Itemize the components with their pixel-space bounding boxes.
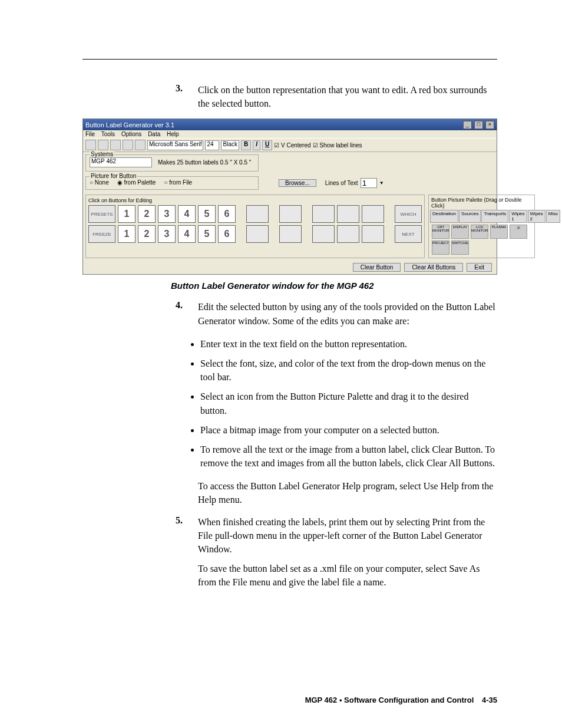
r1-b5[interactable]: 5 xyxy=(198,205,216,223)
bullet-font: Select the font, size, and color of the … xyxy=(200,357,497,384)
browse-button[interactable]: Browse... xyxy=(279,179,316,187)
clear-all-buttons[interactable]: Clear All Buttons xyxy=(404,263,463,272)
window-controls: _ □ × xyxy=(462,120,494,129)
bullet-icon: Select an icon from the Button Picture P… xyxy=(200,390,497,417)
systems-note: Makes 25 button labels 0.5 " X 0.5 " xyxy=(158,159,251,166)
projector-icon[interactable]: PROJECTOR xyxy=(432,241,449,255)
r1-b6[interactable]: 6 xyxy=(218,205,236,223)
lot-input[interactable] xyxy=(361,178,377,188)
tab-misc[interactable]: Misc xyxy=(546,210,560,223)
preset-row-1: PRESETS 1 2 3 4 5 6 WHICH xyxy=(88,205,422,223)
restore-button[interactable]: □ xyxy=(474,121,483,129)
tab-wipes1[interactable]: Wipes 1 xyxy=(509,210,527,223)
vcentered-checkbox[interactable]: ☑ V Centered xyxy=(274,142,310,149)
menu-data[interactable]: Data xyxy=(148,131,160,137)
systems-label: Systems xyxy=(90,151,114,157)
new-icon[interactable] xyxy=(85,140,96,150)
title-bar: Button Label Generator ver 3.1 _ □ × xyxy=(83,119,497,130)
r1-b3[interactable]: 3 xyxy=(158,205,176,223)
clear-button[interactable]: Clear Button xyxy=(353,263,401,272)
r2-b1[interactable]: 1 xyxy=(118,225,135,243)
edit-header: Click on Buttons for Editing xyxy=(88,197,422,203)
r1-b4[interactable]: 4 xyxy=(178,205,196,223)
menu-file[interactable]: File xyxy=(85,131,95,137)
speaker-icon[interactable]: 🔊 xyxy=(510,225,527,239)
preset-row-2: FREEZE 1 2 3 4 5 6 NEXT xyxy=(88,225,422,243)
r2-b5[interactable]: 5 xyxy=(198,225,216,243)
bold-button[interactable]: B xyxy=(241,140,251,150)
r2-b2[interactable]: 2 xyxy=(138,225,156,243)
picture-label: Picture for Button xyxy=(90,173,137,179)
menu-help[interactable]: Help xyxy=(167,131,179,137)
save-icon[interactable] xyxy=(110,140,121,150)
r1-p5[interactable] xyxy=(362,205,384,223)
r2-p1[interactable] xyxy=(246,225,269,243)
size-select[interactable]: 24 xyxy=(205,140,219,150)
tab-sources[interactable]: Sources xyxy=(459,210,481,223)
plasma-icon[interactable]: PLASMA xyxy=(490,225,508,239)
step-4: 4. Edit the selected button by using any… xyxy=(82,300,497,327)
r2-p5[interactable] xyxy=(362,225,384,243)
switcher-icon[interactable]: SWITCHER xyxy=(451,241,469,255)
open-icon[interactable] xyxy=(98,140,108,150)
exit-button[interactable]: Exit xyxy=(467,263,492,272)
tab-destination[interactable]: Destination xyxy=(430,210,458,223)
r2-p2[interactable] xyxy=(279,225,302,243)
row2-label[interactable]: FREEZE xyxy=(88,225,115,243)
row1-label[interactable]: PRESETS xyxy=(88,205,115,223)
r1-p4[interactable] xyxy=(337,205,359,223)
crt-monitor-icon[interactable]: CRT MONITOR xyxy=(432,225,449,239)
lot-label: Lines of Text xyxy=(325,180,358,186)
lot-dropdown-icon[interactable]: ▼ xyxy=(379,180,384,186)
bullet-bitmap: Place a bitmap image from your computer … xyxy=(200,423,497,437)
display-icon[interactable]: DISPLAY xyxy=(451,225,469,239)
window-title: Button Label Generator ver 3.1 xyxy=(85,121,174,129)
step-3-text: Click on the button representation that … xyxy=(198,83,497,110)
r2-wide[interactable]: NEXT xyxy=(395,225,422,243)
r2-b3[interactable]: 3 xyxy=(158,225,176,243)
tab-transports[interactable]: Transports xyxy=(481,210,508,223)
radio-from-file[interactable]: ○ from File xyxy=(164,179,192,186)
bottom-actions: Clear Button Clear All Buttons Exit xyxy=(83,261,497,274)
close-button[interactable]: × xyxy=(485,121,494,129)
menu-tools[interactable]: Tools xyxy=(101,131,115,137)
palette-tabs: Destination Sources Transports Wipes 1 W… xyxy=(430,210,533,223)
r1-p2[interactable] xyxy=(279,205,302,223)
r2-b6[interactable]: 6 xyxy=(218,225,236,243)
minimize-button[interactable]: _ xyxy=(463,121,472,129)
palette-panel: Button Picture Palette (Drag or Double C… xyxy=(428,195,535,258)
step-4-num: 4. xyxy=(171,300,183,327)
r2-b4[interactable]: 4 xyxy=(178,225,196,243)
palette-header: Button Picture Palette (Drag or Double C… xyxy=(431,197,533,209)
font-color-icon[interactable] xyxy=(135,140,146,150)
systems-group: Systems MGP 462 Makes 25 button labels 0… xyxy=(85,154,259,172)
r1-wide[interactable]: WHICH xyxy=(395,205,422,223)
font-select[interactable]: Microsoft Sans Serif xyxy=(147,140,203,150)
systems-select[interactable]: MGP 462 xyxy=(90,157,152,167)
radio-none[interactable]: ○ None xyxy=(90,179,109,186)
edit-buttons-panel: Click on Buttons for Editing PRESETS 1 2… xyxy=(85,195,425,258)
step-3: 3. Click on the button representation th… xyxy=(82,83,497,110)
r1-p3[interactable] xyxy=(312,205,335,223)
showlabellines-checkbox[interactable]: ☑ Show label lines xyxy=(313,142,362,149)
picture-group: Picture for Button ○ None ◉ from Palette… xyxy=(85,176,259,190)
r1-b1[interactable]: 1 xyxy=(118,205,135,223)
tab-wipes2[interactable]: Wipes 2 xyxy=(528,210,546,223)
step-5-num: 5. xyxy=(171,515,183,556)
r1-b2[interactable]: 2 xyxy=(138,205,156,223)
footer-section: MGP 462 • Software Configuration and Con… xyxy=(305,696,474,704)
print-icon[interactable] xyxy=(123,140,133,150)
menu-options[interactable]: Options xyxy=(121,131,141,137)
underline-button[interactable]: U xyxy=(262,140,272,150)
r2-p4[interactable] xyxy=(337,225,359,243)
buttons-area: Click on Buttons for Editing PRESETS 1 2… xyxy=(85,195,494,258)
radio-from-palette[interactable]: ◉ from Palette xyxy=(117,179,156,186)
lcd-monitor-icon[interactable]: LCD MONITOR xyxy=(471,225,488,239)
step-5-text: When finished creating the labels, print… xyxy=(198,515,497,556)
color-select[interactable]: Black xyxy=(221,140,239,150)
page-footer: MGP 462 • Software Configuration and Con… xyxy=(305,696,497,704)
menu-bar: File Tools Options Data Help xyxy=(83,130,497,138)
r2-p3[interactable] xyxy=(312,225,335,243)
italic-button[interactable]: I xyxy=(253,140,260,150)
r1-p1[interactable] xyxy=(246,205,269,223)
